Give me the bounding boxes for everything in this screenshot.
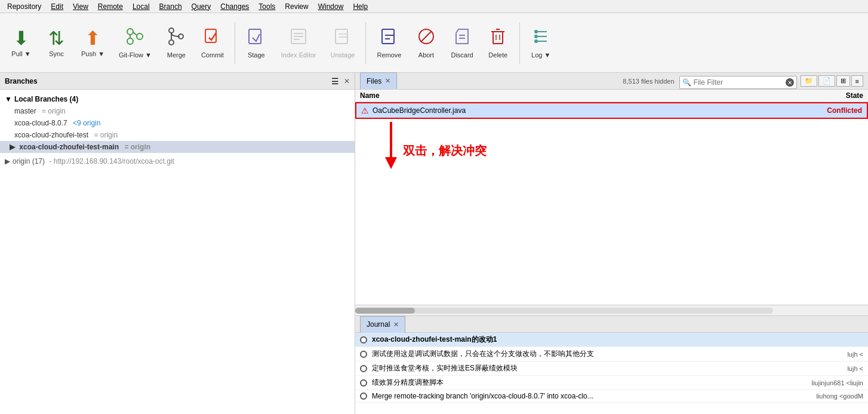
file-filter-input[interactable] (694, 78, 783, 87)
svg-rect-18 (382, 29, 394, 44)
sidebar-header: Branches ☰ ✕ (0, 73, 355, 90)
remove-button[interactable]: Remove (371, 24, 407, 61)
journal-tab-label: Journal (367, 320, 390, 329)
journal-tab[interactable]: Journal ✕ (360, 316, 405, 333)
svg-line-22 (421, 32, 431, 41)
menu-local[interactable]: Local (128, 1, 155, 12)
merge-icon (167, 27, 186, 49)
files-tab-close[interactable]: ✕ (385, 77, 390, 85)
files-tab[interactable]: Files ✕ (360, 72, 397, 89)
sidebar-content: ▼ Local Branches (4) master = origin xco… (0, 90, 355, 414)
branch-item-xcoa-zhoufei-main[interactable]: ▶ xcoa-cloud-zhoufei-test-main = origin (0, 141, 355, 153)
log-icon (531, 27, 550, 49)
log-button[interactable]: Log ▼ (525, 24, 558, 61)
abort-button[interactable]: Abort (410, 24, 442, 61)
content-area: Files ✕ 8,513 files hidden 🔍 ✕ 📁 📄 ⊞ (355, 73, 868, 414)
detail-view-button[interactable]: ≡ (851, 75, 863, 87)
file-name-oacube: OaCubeBridgeController.java (373, 106, 790, 115)
push-icon: ⬆ (85, 29, 101, 48)
annotation-area: 双击，解决冲突 (355, 119, 868, 214)
menu-branch[interactable]: Branch (155, 1, 187, 12)
menu-remote[interactable]: Remote (93, 1, 128, 12)
file-conflict-icon: ⚠ (361, 106, 369, 115)
menubar: Repository Edit View Remote Local Branch… (0, 0, 868, 13)
stage-button[interactable]: Stage (240, 24, 273, 61)
menu-review[interactable]: Review (280, 1, 313, 12)
journal-tab-close[interactable]: ✕ (393, 321, 399, 329)
unstage-icon (333, 27, 352, 49)
menu-query[interactable]: Query (187, 1, 216, 12)
svg-point-5 (169, 28, 174, 33)
branch-item-xcoa-cloud-807[interactable]: xcoa-cloud-8.0.7 <9 origin (0, 117, 355, 129)
pull-button[interactable]: ⬇ Pull ▼ (5, 26, 38, 60)
journal-header: Journal ✕ (355, 316, 868, 333)
journal-row-2[interactable]: 定时推送食堂考核，实时推送ES屏蔽绩效模块 lujh < (355, 361, 868, 376)
menu-edit[interactable]: Edit (46, 1, 68, 12)
toolbar: ⬇ Pull ▼ ⇅ Sync ⬆ Push ▼ Git-Flow ▼ Merg… (0, 13, 868, 73)
merge-button[interactable]: Merge (160, 24, 193, 61)
separator-1 (235, 22, 235, 64)
discard-label: Discard (451, 51, 473, 59)
search-icon: 🔍 (682, 78, 691, 87)
stage-icon (247, 27, 266, 49)
discard-icon (453, 27, 472, 49)
remote-branches-header[interactable]: ▶ origin (17) - http://192.168.90.143/ro… (0, 155, 355, 167)
push-label: Push ▼ (81, 50, 104, 57)
menu-repository[interactable]: Repository (2, 1, 46, 12)
horizontal-scrollbar[interactable] (355, 305, 868, 315)
sidebar-menu-icon[interactable]: ☰ (331, 76, 339, 86)
journal-row-1[interactable]: 测试使用这是调试测试数据，只会在这个分支做改动，不影响其他分支 lujh < (355, 347, 868, 361)
remove-label: Remove (377, 51, 401, 59)
branch-extra-xcoa-zhoufei-main: = origin (124, 143, 150, 151)
discard-button[interactable]: Discard (445, 24, 479, 61)
journal-author-4: liuhong <goodM (816, 392, 863, 400)
commit-button[interactable]: Commit (195, 24, 230, 61)
branch-name-xcoa-zhoufei: xcoa-cloud-zhoufei-test (14, 131, 88, 139)
journal-panel: Journal ✕ xcoa-cloud-zhoufei-test-main的改… (355, 315, 868, 414)
sidebar-close-button[interactable]: ✕ (344, 77, 350, 85)
delete-icon (488, 27, 507, 49)
gitflow-label: Git-Flow ▼ (119, 51, 152, 59)
menu-changes[interactable]: Changes (216, 1, 254, 12)
local-branches-header[interactable]: ▼ Local Branches (4) (0, 93, 355, 105)
unstage-button[interactable]: Unstage (325, 24, 361, 61)
branch-item-xcoa-zhoufei[interactable]: xcoa-cloud-zhoufei-test = origin (0, 129, 355, 141)
hidden-count: 8,513 files hidden (623, 78, 674, 85)
annotation-arrow-container (385, 122, 397, 169)
menu-view[interactable]: View (68, 1, 93, 12)
commit-label: Commit (201, 51, 224, 59)
list-view-button[interactable]: 📄 (818, 75, 835, 87)
journal-author-3: liujinjun681 <liujin (811, 379, 863, 387)
journal-msg-0: xcoa-cloud-zhoufei-test-main的改动1 (372, 335, 858, 345)
gitflow-button[interactable]: Git-Flow ▼ (113, 24, 158, 61)
filter-clear-button[interactable]: ✕ (786, 78, 794, 87)
arrow-head (385, 157, 397, 169)
sync-button[interactable]: ⇅ Sync (40, 26, 73, 60)
push-button[interactable]: ⬆ Push ▼ (75, 26, 110, 60)
stage-label: Stage (248, 51, 265, 59)
branch-extra-xcoa-zhoufei: = origin (94, 131, 118, 139)
remove-icon (380, 27, 399, 49)
annotation-text: 双击，解决冲突 (403, 143, 487, 159)
journal-row-3[interactable]: 绩效算分精度调整脚本 liujinjun681 <liujin (355, 376, 868, 390)
menu-tools[interactable]: Tools (254, 1, 280, 12)
journal-author-1: lujh < (847, 351, 863, 358)
up-arrow (390, 122, 392, 158)
folder-view-button[interactable]: 📁 (801, 75, 817, 87)
file-row-oacube[interactable]: ⚠ OaCubeBridgeController.java Conflicted (355, 102, 868, 119)
menu-window[interactable]: Window (313, 1, 349, 12)
unstage-label: Unstage (331, 51, 355, 59)
index-editor-icon (289, 27, 308, 49)
remote-count: (17) (32, 157, 45, 165)
grid-view-button[interactable]: ⊞ (836, 75, 850, 87)
index-editor-button[interactable]: Index Editor (275, 24, 322, 61)
files-tab-label: Files (367, 77, 381, 85)
journal-row-0[interactable]: xcoa-cloud-zhoufei-test-main的改动1 (355, 333, 868, 347)
files-list: ⚠ OaCubeBridgeController.java Conflicted… (355, 102, 868, 305)
delete-button[interactable]: Delete (482, 24, 515, 61)
branch-item-master[interactable]: master = origin (0, 105, 355, 117)
journal-msg-1: 测试使用这是调试测试数据，只会在这个分支做改动，不影响其他分支 (372, 349, 842, 359)
journal-row-4[interactable]: Merge remote-tracking branch 'origin/xco… (355, 390, 868, 403)
menu-help[interactable]: Help (348, 1, 373, 12)
file-state-oacube: Conflicted (790, 106, 862, 115)
